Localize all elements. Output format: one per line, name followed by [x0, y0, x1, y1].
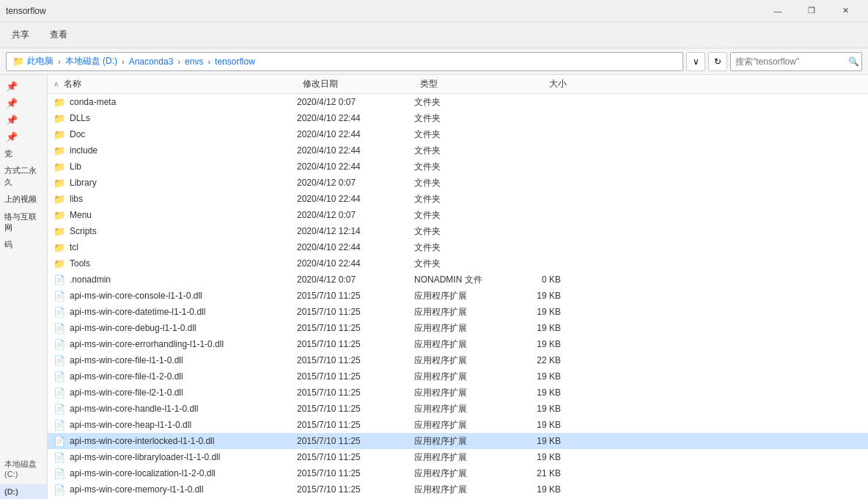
list-item[interactable]: 📄 api-ms-win-core-datetime-l1-1-0.dll 20…: [48, 304, 868, 320]
file-date: 2015/7/10 11:25: [297, 404, 414, 414]
path-pc[interactable]: 此电脑: [27, 55, 54, 68]
left-panel: 📌 📌 📌 📌 党 方式二永久 上的视频 络与互联网 码 本地磁盘 (C:) (…: [0, 75, 48, 499]
list-item[interactable]: 📄 api-ms-win-core-libraryloader-l1-1-0.d…: [48, 449, 868, 465]
list-item[interactable]: 📄 api-ms-win-core-errorhandling-l1-1-0.d…: [48, 336, 868, 352]
file-type: 文件夹: [414, 145, 502, 157]
refresh-button[interactable]: ↻: [708, 52, 727, 71]
list-item[interactable]: 📁 tcl 2020/4/10 22:44 文件夹: [48, 239, 868, 255]
file-icon: 📄: [54, 387, 65, 398]
file-name: include: [70, 145, 297, 156]
file-type: 应用程序扩展: [414, 467, 502, 480]
list-item[interactable]: 📄 api-ms-win-core-file-l1-2-0.dll 2015/7…: [48, 368, 868, 385]
file-type: 文件夹: [414, 225, 502, 238]
file-date: 2020/4/10 22:44: [297, 145, 414, 156]
path-envs[interactable]: envs: [185, 57, 203, 67]
file-size: 19 KB: [502, 484, 561, 495]
file-icon: 📄: [54, 355, 65, 366]
address-path[interactable]: 📁 此电脑 › 本地磁盘 (D:) › Anaconda3 › envs › t…: [6, 52, 683, 71]
file-date: 2015/7/10 11:25: [297, 468, 414, 478]
file-size: 19 KB: [502, 387, 561, 398]
file-type: 应用程序扩展: [414, 338, 502, 351]
view-button[interactable]: 查看: [44, 26, 73, 44]
list-item[interactable]: 📁 conda-meta 2020/4/12 0:07 文件夹: [48, 94, 868, 110]
file-list[interactable]: 📁 conda-meta 2020/4/12 0:07 文件夹 📁 DLLs 2…: [48, 94, 868, 499]
file-date: 2015/7/10 11:25: [297, 436, 414, 446]
file-icon: 📄: [54, 436, 65, 447]
file-type: 文件夹: [414, 112, 502, 125]
file-name: Doc: [70, 129, 297, 139]
list-item[interactable]: 📁 Menu 2020/4/12 0:07 文件夹: [48, 207, 868, 223]
col-date-header[interactable]: 修改日期: [303, 78, 420, 90]
file-size: 19 KB: [502, 371, 561, 382]
list-item[interactable]: 📁 Scripts 2020/4/12 12:14 文件夹: [48, 223, 868, 239]
window-title: tensorflow: [6, 6, 46, 16]
file-date: 2020/4/12 12:14: [297, 226, 414, 236]
main-layout: 📌 📌 📌 📌 党 方式二永久 上的视频 络与互联网 码 本地磁盘 (C:) (…: [0, 75, 868, 499]
list-item[interactable]: 📄 api-ms-win-core-localization-l1-2-0.dl…: [48, 465, 868, 481]
file-name: DLLs: [70, 113, 297, 123]
list-item[interactable]: 📄 api-ms-win-core-heap-l1-1-0.dll 2015/7…: [48, 417, 868, 433]
file-date: 2015/7/10 11:25: [297, 420, 414, 430]
file-size: 19 KB: [502, 323, 561, 333]
file-type: 应用程序扩展: [414, 322, 502, 335]
list-item[interactable]: 📁 Tools 2020/4/10 22:44 文件夹: [48, 255, 868, 272]
pin-3[interactable]: 📌: [0, 112, 47, 128]
list-item[interactable]: 📄 api-ms-win-core-console-l1-1-0.dll 201…: [48, 288, 868, 304]
path-disk[interactable]: 本地磁盘 (D:): [65, 55, 117, 68]
list-item[interactable]: 📄 api-ms-win-core-file-l1-1-0.dll 2015/7…: [48, 352, 868, 368]
separator-4: ›: [207, 57, 210, 66]
list-item[interactable]: 📁 libs 2020/4/10 22:44 文件夹: [48, 191, 868, 207]
list-item[interactable]: 📄 api-ms-win-core-handle-l1-1-0.dll 2015…: [48, 401, 868, 417]
file-type: 应用程序扩展: [414, 371, 502, 383]
file-type: 文件夹: [414, 258, 502, 270]
file-name: Menu: [70, 210, 297, 220]
share-button[interactable]: 共享: [6, 26, 35, 44]
list-item[interactable]: 📁 Doc 2020/4/10 22:44 文件夹: [48, 126, 868, 142]
col-type-header[interactable]: 类型: [420, 78, 508, 90]
path-anaconda[interactable]: Anaconda3: [129, 57, 174, 67]
search-input[interactable]: [735, 57, 845, 67]
nav-label-3: 上的视频: [0, 191, 47, 208]
path-tensorflow[interactable]: tensorflow: [215, 57, 255, 67]
folder-icon: 📁: [54, 161, 65, 172]
nav-label-2: 方式二永久: [0, 162, 47, 191]
pin-1[interactable]: 📌: [0, 78, 47, 95]
file-name: libs: [70, 194, 297, 204]
list-item[interactable]: 📄 api-ms-win-core-file-l2-1-0.dll 2015/7…: [48, 385, 868, 401]
file-name: Tools: [70, 258, 297, 269]
file-type: 文件夹: [414, 193, 502, 205]
search-box[interactable]: 🔍: [730, 52, 862, 71]
col-name-header[interactable]: ∧ 名称: [54, 78, 303, 90]
file-icon: 📄: [54, 371, 65, 382]
file-icon: 📄: [54, 404, 65, 415]
file-size: 19 KB: [502, 436, 561, 446]
pin-2[interactable]: 📌: [0, 95, 47, 112]
col-size-header[interactable]: 大小: [508, 78, 567, 90]
minimize-button[interactable]: —: [761, 0, 795, 22]
nav-label-5: 码: [0, 236, 47, 253]
file-name: tcl: [70, 242, 297, 252]
list-item[interactable]: 📁 Lib 2020/4/10 22:44 文件夹: [48, 159, 868, 175]
folder-icon: 📁: [54, 129, 65, 140]
list-item[interactable]: 📄 .nonadmin 2020/4/12 0:07 NONADMIN 文件 0…: [48, 272, 868, 288]
close-button[interactable]: ✕: [828, 0, 862, 22]
sort-icon: ∧: [54, 80, 59, 88]
chevron-down-button[interactable]: ∨: [686, 52, 705, 71]
file-name: Lib: [70, 161, 297, 172]
list-item[interactable]: 📁 Library 2020/4/12 0:07 文件夹: [48, 175, 868, 191]
local-disk-c[interactable]: 本地磁盘 (C:): [0, 453, 47, 484]
list-item[interactable]: 📁 DLLs 2020/4/10 22:44 文件夹: [48, 110, 868, 126]
file-date: 2020/4/10 22:44: [297, 258, 414, 269]
file-date: 2020/4/12 0:07: [297, 178, 414, 188]
folder-icon: 📁: [54, 178, 65, 189]
restore-button[interactable]: ❐: [795, 0, 828, 22]
list-item[interactable]: 📄 api-ms-win-core-debug-l1-1-0.dll 2015/…: [48, 320, 868, 336]
list-item[interactable]: 📁 include 2020/4/10 22:44 文件夹: [48, 142, 868, 159]
file-icon: 📄: [54, 307, 65, 318]
list-item[interactable]: 📄 api-ms-win-core-interlocked-l1-1-0.dll…: [48, 433, 868, 449]
local-disk-d[interactable]: (D:): [0, 484, 47, 499]
pin-4[interactable]: 📌: [0, 128, 47, 145]
list-item[interactable]: 📄 api-ms-win-core-memory-l1-1-0.dll 2015…: [48, 481, 868, 498]
file-type: 应用程序扩展: [414, 403, 502, 415]
file-date: 2015/7/10 11:25: [297, 339, 414, 349]
